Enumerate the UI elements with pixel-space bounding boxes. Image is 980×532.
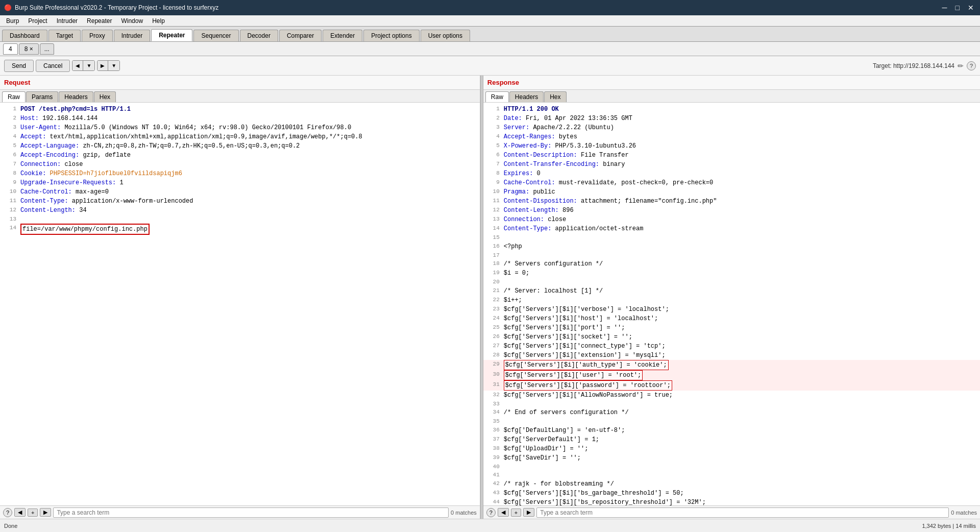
nav-next-group: ▶ ▼ bbox=[97, 60, 120, 71]
menu-project[interactable]: Project bbox=[24, 16, 51, 26]
table-row: 8Cookie: PHPSESSID=h7jioflbuel0fviildsap… bbox=[0, 169, 480, 178]
request-tabs: Raw Params Headers Hex bbox=[0, 90, 480, 103]
response-help-button[interactable]: ? bbox=[486, 508, 496, 517]
table-row: 34/* End of servers configuration */ bbox=[483, 408, 980, 417]
app-icon: 🔴 bbox=[4, 4, 12, 11]
tab-project-options[interactable]: Project options bbox=[363, 30, 419, 41]
toolbar: Send Cancel ◀ ▼ ▶ ▼ Target: http://192.1… bbox=[0, 56, 980, 76]
request-pane: Request Raw Params Headers Hex 1POST /te… bbox=[0, 76, 480, 519]
status-left: Done bbox=[4, 523, 17, 529]
table-row: 21/* Server: localhost [1] */ bbox=[483, 286, 980, 296]
table-row: 12Content-Length: 896 bbox=[483, 206, 980, 215]
table-row: 42/* rajk - for blobstreaming */ bbox=[483, 479, 980, 489]
table-row: 10Cache-Control: max-age=0 bbox=[0, 187, 480, 197]
request-title: Request bbox=[0, 76, 480, 90]
table-row: 18/* Servers configuration */ bbox=[483, 259, 980, 269]
table-row: 36$cfg['DefaultLang'] = 'en-utf-8'; bbox=[483, 426, 980, 435]
table-row: 25$cfg['Servers'][$i]['port'] = ''; bbox=[483, 323, 980, 332]
table-row: 14Content-Type: application/octet-stream bbox=[483, 224, 980, 233]
edit-target-button[interactable]: ✏ bbox=[958, 62, 964, 70]
table-row: 6Content-Description: File Transfer bbox=[483, 151, 980, 160]
table-row: 38$cfg['UploadDir'] = ''; bbox=[483, 444, 980, 453]
request-tab-params[interactable]: Params bbox=[26, 91, 58, 102]
response-nav-prev[interactable]: ◀ bbox=[498, 508, 509, 517]
table-row: 6Accept-Encoding: gzip, deflate bbox=[0, 151, 480, 160]
window-title: Burp Suite Professional v2020.2 - Tempor… bbox=[15, 4, 218, 11]
request-nav-next[interactable]: ▶ bbox=[40, 508, 51, 517]
request-content[interactable]: 1POST /test.php?cmd=ls HTTP/1.12Host: 19… bbox=[0, 103, 480, 505]
response-match-count: 0 matches bbox=[951, 510, 977, 516]
close-button[interactable]: ✕ bbox=[966, 4, 976, 12]
table-row: 43$cfg['Servers'][$i]['bs_garbage_thresh… bbox=[483, 489, 980, 498]
request-tab-headers[interactable]: Headers bbox=[59, 91, 93, 102]
target-info: Target: http://192.168.144.144 ✏ ? bbox=[873, 61, 976, 70]
request-search-input[interactable] bbox=[53, 507, 449, 518]
request-match-count: 0 matches bbox=[451, 510, 477, 516]
request-nav-prev[interactable]: ◀ bbox=[14, 508, 26, 517]
table-row: 12Content-Length: 34 bbox=[0, 206, 480, 215]
table-row: 28$cfg['Servers'][$i]['extension'] = 'my… bbox=[483, 351, 980, 360]
menu-window[interactable]: Window bbox=[117, 16, 147, 26]
tab-user-options[interactable]: User options bbox=[421, 30, 470, 41]
sub-tab-8[interactable]: 8 × bbox=[19, 43, 39, 55]
request-help-button[interactable]: ? bbox=[3, 508, 12, 517]
menu-help[interactable]: Help bbox=[148, 16, 169, 26]
help-button[interactable]: ? bbox=[967, 61, 976, 70]
table-row: 33 bbox=[483, 400, 980, 408]
menu-repeater[interactable]: Repeater bbox=[83, 16, 116, 26]
response-nav-add[interactable]: + bbox=[511, 509, 521, 517]
tab-sequencer[interactable]: Sequencer bbox=[193, 30, 238, 41]
tab-proxy[interactable]: Proxy bbox=[82, 30, 113, 41]
response-search-input[interactable] bbox=[536, 507, 949, 518]
table-row: 17 bbox=[483, 251, 980, 260]
table-row: 2Date: Fri, 01 Apr 2022 13:36:35 GMT bbox=[483, 114, 980, 123]
sub-tab-more[interactable]: ... bbox=[40, 43, 54, 55]
sub-tab-4[interactable]: 4 bbox=[3, 43, 18, 55]
nav-prev-group: ◀ ▼ bbox=[72, 60, 95, 71]
response-tab-raw[interactable]: Raw bbox=[485, 91, 509, 102]
tab-dashboard[interactable]: Dashboard bbox=[2, 30, 47, 41]
nav-prev-dropdown[interactable]: ▼ bbox=[83, 61, 94, 70]
table-row: 16<?php bbox=[483, 242, 980, 251]
response-tab-hex[interactable]: Hex bbox=[544, 91, 566, 102]
tab-decoder[interactable]: Decoder bbox=[240, 30, 278, 41]
table-row: 9Cache-Control: must-revalidate, post-ch… bbox=[483, 178, 980, 187]
response-pane: Response Raw Headers Hex 1HTTP/1.1 200 O… bbox=[483, 76, 980, 519]
maximize-button[interactable]: □ bbox=[953, 4, 962, 12]
tab-intruder[interactable]: Intruder bbox=[114, 30, 150, 41]
cancel-button[interactable]: Cancel bbox=[36, 60, 70, 72]
send-button[interactable]: Send bbox=[4, 60, 34, 72]
tab-comparer[interactable]: Comparer bbox=[279, 30, 322, 41]
table-row: 44$cfg['Servers'][$i]['bs_repository_thr… bbox=[483, 498, 980, 506]
title-bar-controls: ─ □ ✕ bbox=[940, 4, 976, 12]
request-tab-hex[interactable]: Hex bbox=[94, 91, 116, 102]
table-row: 15 bbox=[483, 233, 980, 242]
status-bar: Done 1,342 bytes | 14 millis bbox=[0, 519, 980, 532]
nav-next-button[interactable]: ▶ bbox=[97, 61, 108, 70]
menu-intruder[interactable]: Intruder bbox=[53, 16, 82, 26]
nav-prev-button[interactable]: ◀ bbox=[72, 61, 83, 70]
table-row: 40 bbox=[483, 463, 980, 471]
table-row: 23$cfg['Servers'][$i]['verbose'] = 'loca… bbox=[483, 305, 980, 314]
table-row: 2Host: 192.168.144.144 bbox=[0, 114, 480, 123]
table-row: 19$i = 0; bbox=[483, 269, 980, 278]
tab-extender[interactable]: Extender bbox=[323, 30, 362, 41]
sub-tab-bar: 4 8 × ... bbox=[0, 42, 980, 56]
menu-burp[interactable]: Burp bbox=[2, 16, 23, 26]
response-content[interactable]: 1HTTP/1.1 200 OK2Date: Fri, 01 Apr 2022 … bbox=[483, 103, 980, 505]
table-row: 29$cfg['Servers'][$i]['auth_type'] = 'co… bbox=[483, 360, 980, 370]
status-right: 1,342 bytes | 14 millis bbox=[922, 523, 976, 529]
table-row: 27$cfg['Servers'][$i]['connect_type'] = … bbox=[483, 342, 980, 351]
request-nav-add[interactable]: + bbox=[28, 509, 38, 517]
response-nav-next[interactable]: ▶ bbox=[523, 508, 534, 517]
response-tab-headers[interactable]: Headers bbox=[509, 91, 544, 102]
minimize-button[interactable]: ─ bbox=[940, 4, 949, 12]
table-row: 4Accept-Ranges: bytes bbox=[483, 132, 980, 141]
table-row: 3Server: Apache/2.2.22 (Ubuntu) bbox=[483, 123, 980, 132]
main-content: Request Raw Params Headers Hex 1POST /te… bbox=[0, 76, 980, 519]
tab-repeater[interactable]: Repeater bbox=[151, 29, 192, 41]
request-tab-raw[interactable]: Raw bbox=[2, 91, 26, 102]
response-footer: ? ◀ + ▶ 0 matches bbox=[483, 505, 980, 519]
tab-target[interactable]: Target bbox=[48, 30, 81, 41]
nav-next-dropdown[interactable]: ▼ bbox=[108, 61, 119, 70]
